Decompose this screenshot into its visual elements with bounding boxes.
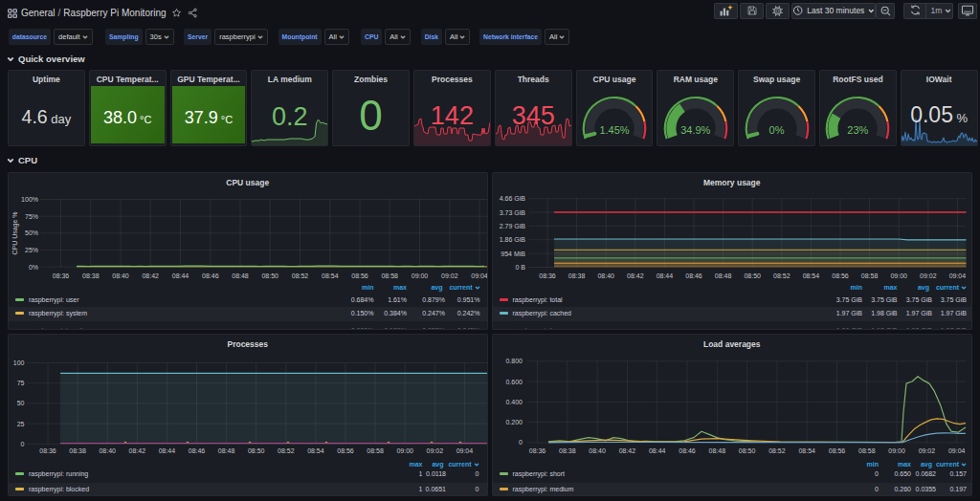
svg-text:0.800: 0.800 — [505, 358, 523, 364]
svg-text:08:40: 08:40 — [597, 272, 614, 279]
svg-text:08:42: 08:42 — [618, 447, 635, 454]
svg-text:4.66 GiB: 4.66 GiB — [499, 195, 525, 202]
svg-text:09:04: 09:04 — [471, 272, 487, 279]
svg-text:954 MiB: 954 MiB — [501, 250, 525, 257]
svg-text:08:52: 08:52 — [292, 272, 309, 279]
svg-text:08:42: 08:42 — [129, 447, 146, 454]
svg-text:09:02: 09:02 — [920, 272, 937, 279]
svg-text:08:40: 08:40 — [589, 447, 606, 454]
svg-text:75%: 75% — [25, 213, 38, 220]
svg-text:08:54: 08:54 — [798, 447, 815, 454]
svg-text:0.400: 0.400 — [505, 399, 523, 405]
svg-text:09:00: 09:00 — [412, 272, 429, 279]
svg-text:50%: 50% — [25, 229, 38, 236]
svg-text:08:50: 08:50 — [248, 447, 265, 454]
svg-text:08:54: 08:54 — [802, 272, 819, 279]
svg-text:08:44: 08:44 — [656, 272, 673, 279]
svg-text:09:00: 09:00 — [890, 272, 907, 279]
svg-text:08:56: 08:56 — [337, 447, 354, 454]
svg-text:75: 75 — [17, 380, 25, 386]
svg-text:100%: 100% — [21, 196, 38, 203]
svg-text:09:00: 09:00 — [396, 447, 413, 454]
svg-text:08:52: 08:52 — [768, 447, 786, 454]
svg-text:08:38: 08:38 — [559, 447, 576, 454]
svg-text:08:58: 08:58 — [381, 272, 398, 279]
svg-text:08:58: 08:58 — [860, 272, 878, 279]
svg-text:08:56: 08:56 — [351, 272, 368, 279]
svg-text:100: 100 — [13, 359, 25, 366]
svg-text:08:46: 08:46 — [685, 272, 702, 279]
svg-text:08:36: 08:36 — [39, 447, 56, 454]
svg-text:08:44: 08:44 — [648, 447, 665, 454]
svg-text:08:42: 08:42 — [627, 272, 644, 279]
svg-text:08:58: 08:58 — [367, 447, 384, 454]
svg-text:1.86 GiB: 1.86 GiB — [499, 236, 525, 243]
svg-text:25%: 25% — [25, 247, 38, 253]
svg-text:08:40: 08:40 — [112, 272, 129, 279]
svg-text:09:04: 09:04 — [948, 272, 966, 279]
svg-text:08:40: 08:40 — [99, 447, 116, 454]
svg-text:08:46: 08:46 — [189, 447, 206, 454]
svg-text:08:50: 08:50 — [738, 447, 755, 454]
svg-text:09:02: 09:02 — [427, 447, 444, 454]
svg-text:08:48: 08:48 — [218, 447, 235, 454]
svg-text:08:38: 08:38 — [568, 272, 585, 279]
svg-text:09:00: 09:00 — [888, 447, 905, 454]
svg-text:0: 0 — [519, 439, 523, 446]
svg-text:0%: 0% — [29, 264, 38, 271]
svg-text:08:46: 08:46 — [202, 272, 219, 279]
svg-text:3.73 GiB: 3.73 GiB — [499, 209, 525, 216]
svg-text:08:46: 08:46 — [679, 447, 696, 454]
svg-text:08:52: 08:52 — [773, 272, 791, 279]
svg-text:08:48: 08:48 — [708, 447, 725, 454]
svg-text:0 B: 0 B — [515, 264, 525, 271]
svg-text:08:50: 08:50 — [744, 272, 761, 279]
svg-text:0.200: 0.200 — [505, 419, 523, 425]
svg-text:08:48: 08:48 — [232, 272, 249, 279]
svg-text:08:48: 08:48 — [714, 272, 731, 279]
svg-text:09:02: 09:02 — [441, 272, 458, 279]
svg-text:09:02: 09:02 — [918, 447, 935, 454]
svg-text:08:36: 08:36 — [528, 447, 546, 454]
svg-text:08:38: 08:38 — [69, 447, 86, 454]
svg-text:08:54: 08:54 — [322, 272, 339, 279]
svg-text:08:50: 08:50 — [261, 272, 278, 279]
svg-text:08:54: 08:54 — [307, 447, 324, 454]
svg-text:08:56: 08:56 — [828, 447, 845, 454]
svg-text:2.79 GiB: 2.79 GiB — [499, 223, 525, 229]
svg-text:09:04: 09:04 — [947, 447, 965, 454]
svg-text:25: 25 — [17, 421, 25, 427]
svg-text:0: 0 — [21, 441, 25, 447]
svg-text:08:38: 08:38 — [82, 272, 100, 279]
svg-text:0.600: 0.600 — [505, 379, 523, 385]
svg-text:08:42: 08:42 — [142, 272, 159, 279]
svg-text:09:04: 09:04 — [457, 447, 474, 454]
svg-text:08:36: 08:36 — [539, 272, 556, 279]
svg-text:08:44: 08:44 — [172, 272, 189, 279]
svg-text:08:52: 08:52 — [278, 447, 295, 454]
svg-text:08:56: 08:56 — [832, 272, 849, 279]
svg-text:08:58: 08:58 — [858, 447, 876, 454]
svg-text:CPU Usage %: CPU Usage % — [11, 211, 19, 254]
svg-text:08:44: 08:44 — [159, 447, 176, 454]
svg-text:08:36: 08:36 — [53, 272, 70, 279]
svg-text:50: 50 — [17, 400, 25, 406]
